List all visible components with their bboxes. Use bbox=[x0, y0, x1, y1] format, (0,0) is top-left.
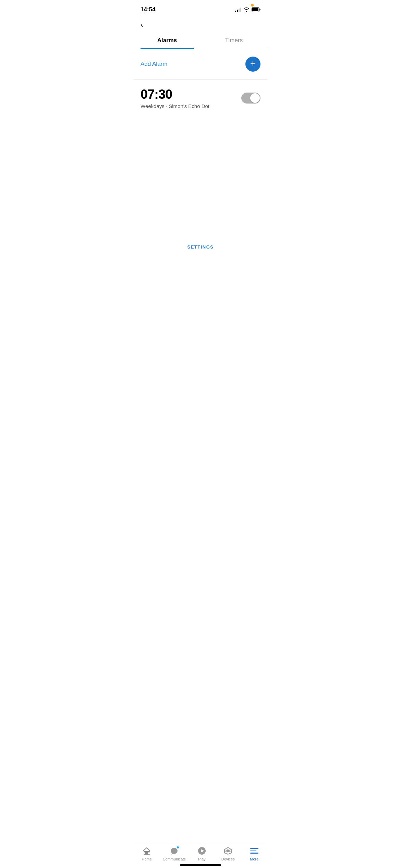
tabs-container: Alarms Timers bbox=[134, 33, 267, 49]
toggle-knob bbox=[250, 93, 260, 103]
add-alarm-button[interactable]: + bbox=[245, 57, 260, 72]
notification-dot bbox=[251, 4, 254, 7]
back-button[interactable]: ‹ bbox=[134, 17, 267, 33]
add-alarm-label[interactable]: Add Alarm bbox=[141, 61, 167, 68]
tab-alarms[interactable]: Alarms bbox=[134, 33, 200, 49]
signal-bar-2 bbox=[237, 10, 238, 12]
alarm-toggle[interactable] bbox=[241, 93, 260, 104]
tab-timers[interactable]: Timers bbox=[200, 33, 267, 49]
back-chevron-icon: ‹ bbox=[141, 21, 143, 29]
status-icons bbox=[235, 7, 260, 12]
alarm-time: 07:30 bbox=[141, 87, 209, 102]
battery-icon bbox=[252, 7, 260, 12]
alarm-meta: Weekdays · Simon's Echo Dot bbox=[141, 103, 209, 109]
signal-bar-4 bbox=[240, 8, 241, 12]
alarm-item[interactable]: 07:30 Weekdays · Simon's Echo Dot bbox=[134, 80, 267, 117]
signal-bars-icon bbox=[235, 7, 241, 12]
plus-icon: + bbox=[250, 59, 256, 69]
signal-bar-3 bbox=[239, 9, 240, 12]
status-bar: 14:54 bbox=[134, 0, 267, 17]
status-time: 14:54 bbox=[141, 6, 155, 13]
alarm-info: 07:30 Weekdays · Simon's Echo Dot bbox=[141, 87, 209, 109]
add-alarm-row: Add Alarm + bbox=[134, 49, 267, 80]
signal-bar-1 bbox=[235, 11, 236, 12]
svg-rect-1 bbox=[252, 8, 258, 11]
settings-label: SETTINGS bbox=[134, 238, 267, 255]
wifi-icon bbox=[243, 7, 250, 12]
